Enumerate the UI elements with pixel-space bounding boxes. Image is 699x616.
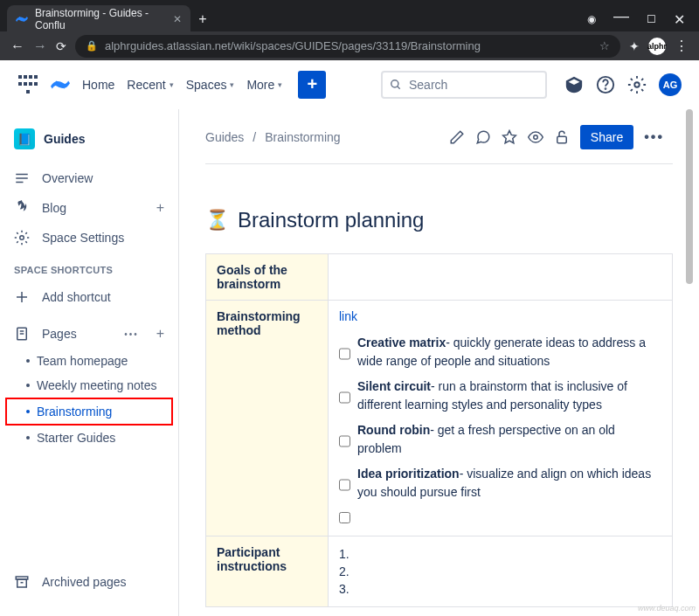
address-bar[interactable]: 🔒 alphrguides.atlassian.net/wiki/spaces/…	[75, 35, 620, 58]
table-row-goals: Goals of the brainstorm	[206, 254, 673, 301]
method-item: Round robin- get a fresh perspective on …	[339, 418, 661, 461]
url-text: alphrguides.atlassian.net/wiki/spaces/GU…	[105, 39, 481, 52]
gear-icon	[14, 230, 30, 246]
sidebar-add-shortcut[interactable]: Add shortcut	[0, 282, 178, 312]
checkbox[interactable]	[339, 337, 350, 370]
star-icon[interactable]	[502, 129, 517, 145]
browser-menu-icon[interactable]: ⋮	[675, 38, 689, 54]
nav-spaces[interactable]: Spaces▾	[186, 78, 235, 92]
add-blog-icon[interactable]: +	[156, 200, 164, 216]
sidebar-archived[interactable]: Archived pages	[0, 567, 178, 597]
restrictions-icon[interactable]	[554, 129, 570, 145]
svg-rect-19	[557, 136, 567, 143]
checkbox[interactable]	[339, 425, 350, 458]
method-item: Idea prioritization- visualize and align…	[339, 461, 661, 505]
create-button[interactable]: +	[298, 71, 326, 99]
table-row-method: Brainstorming method link Creative matri…	[206, 301, 673, 536]
search-input[interactable]: Search	[381, 71, 547, 99]
profile-avatar[interactable]: alphr	[648, 38, 666, 55]
table-row-participants: Participant instructions 1. 2. 3.	[206, 536, 673, 607]
browser-tab[interactable]: Brainstorming - Guides - Conflu ✕	[7, 5, 190, 33]
archive-icon	[14, 574, 30, 590]
sidebar-space-settings[interactable]: Space Settings	[0, 223, 178, 253]
watermark: www.deuaq.com	[638, 604, 696, 613]
method-item-empty	[339, 505, 661, 527]
reload-button[interactable]: ⟳	[56, 39, 66, 53]
svg-point-4	[634, 82, 640, 87]
checkbox[interactable]	[339, 381, 350, 414]
settings-icon[interactable]	[627, 75, 647, 94]
page-item-brainstorming[interactable]: Brainstorming	[5, 398, 173, 426]
method-item: Silent circuit- run a brainstorm that is…	[339, 374, 661, 418]
user-avatar[interactable]: AG	[659, 73, 682, 96]
breadcrumb: Guides / Brainstorming	[205, 130, 341, 144]
page-title: ⏳ Brainstorm planning	[205, 208, 673, 232]
forward-button[interactable]: →	[33, 38, 47, 54]
svg-point-0	[391, 80, 398, 87]
close-window-icon[interactable]: ✕	[674, 11, 685, 28]
share-button[interactable]: Share	[580, 125, 633, 149]
page-item-starter-guides[interactable]: Starter Guides	[0, 426, 178, 450]
lock-icon: 🔒	[86, 40, 98, 52]
top-nav: Home Recent▾ Spaces▾ More▾ + Search AG	[0, 60, 699, 109]
add-page-icon[interactable]: +	[156, 326, 164, 342]
svg-point-18	[534, 135, 538, 140]
search-icon	[390, 79, 402, 91]
close-tab-icon[interactable]: ✕	[173, 13, 182, 25]
plus-icon	[14, 289, 30, 305]
shortcuts-heading: SPACE SHORTCUTS	[0, 253, 178, 282]
pages-icon	[14, 326, 30, 342]
more-actions-icon[interactable]: •••	[644, 129, 664, 145]
svg-marker-17	[502, 131, 516, 143]
chevron-down-icon: ▾	[278, 80, 282, 89]
method-link[interactable]: link	[339, 309, 661, 323]
overview-icon	[14, 170, 30, 186]
sidebar-pages[interactable]: Pages ••• +	[0, 319, 178, 349]
svg-point-8	[20, 236, 24, 240]
app-switcher-icon[interactable]	[17, 74, 38, 95]
method-item: Creative matrix- quickly generate ideas …	[339, 330, 661, 374]
checkbox[interactable]	[339, 468, 350, 502]
breadcrumb-page[interactable]: Brainstorming	[265, 130, 340, 144]
nav-recent[interactable]: Recent▾	[127, 78, 173, 92]
watch-icon[interactable]	[528, 129, 543, 145]
back-button[interactable]: ←	[10, 38, 24, 54]
breadcrumb-space[interactable]: Guides	[205, 130, 244, 144]
maximize-icon[interactable]: ☐	[647, 13, 656, 25]
space-header[interactable]: 📘 Guides	[0, 121, 178, 163]
extensions-icon[interactable]: ✦	[629, 39, 640, 53]
brainstorm-table: Goals of the brainstorm Brainstorming me…	[205, 253, 673, 607]
page-item-team-homepage[interactable]: Team homepage	[0, 349, 178, 373]
space-icon: 📘	[14, 128, 35, 149]
edit-icon[interactable]	[449, 129, 465, 145]
bookmark-star-icon[interactable]: ☆	[599, 39, 610, 52]
chevron-down-icon: ▾	[170, 80, 174, 89]
notification-icon[interactable]	[564, 75, 584, 94]
pages-more-icon[interactable]: •••	[124, 329, 139, 339]
main-content: Guides / Brainstorming Share ••• ⏳	[179, 109, 699, 616]
svg-line-1	[398, 86, 400, 88]
record-icon[interactable]: ◉	[587, 13, 596, 25]
sidebar-overview[interactable]: Overview	[0, 163, 178, 193]
tab-title: Brainstorming - Guides - Conflu	[35, 7, 166, 31]
scrollbar-thumb[interactable]	[686, 109, 693, 284]
sidebar-blog[interactable]: Blog +	[0, 193, 178, 223]
confluence-favicon	[16, 13, 28, 25]
nav-home[interactable]: Home	[82, 78, 114, 92]
comment-icon[interactable]	[475, 129, 491, 145]
hourglass-icon: ⏳	[205, 209, 229, 232]
nav-more[interactable]: More▾	[246, 78, 282, 92]
chevron-down-icon: ▾	[230, 80, 234, 89]
new-tab-button[interactable]: +	[190, 7, 215, 31]
help-icon[interactable]	[596, 75, 615, 94]
sidebar: 📘 Guides Overview Blog + Space Settings …	[0, 109, 179, 616]
svg-point-3	[606, 88, 606, 89]
blog-icon	[14, 200, 30, 216]
confluence-logo[interactable]	[51, 75, 70, 94]
page-item-weekly-notes[interactable]: Weekly meeting notes	[0, 373, 178, 398]
minimize-icon[interactable]: —	[613, 7, 629, 25]
checkbox[interactable]	[339, 512, 350, 523]
